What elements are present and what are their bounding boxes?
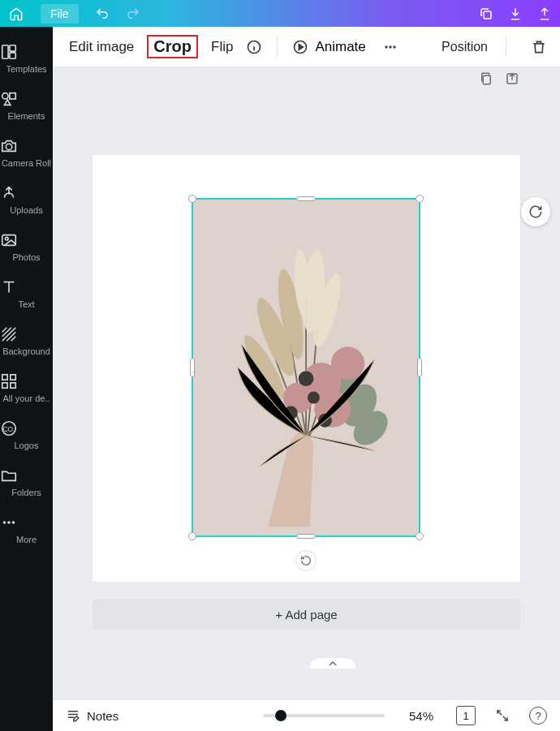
resize-handle[interactable] <box>188 195 196 203</box>
crop-button[interactable]: Crop <box>147 35 198 58</box>
svg-point-15 <box>3 521 6 524</box>
folder-icon <box>0 467 53 484</box>
resize-handle[interactable] <box>296 196 316 201</box>
download-icon[interactable] <box>508 6 523 21</box>
bottom-bar: Notes 54% 1 ? <box>53 699 560 731</box>
sidebar-item-label: Templates <box>6 64 46 74</box>
svg-rect-11 <box>2 383 7 388</box>
expand-pages-tab[interactable] <box>308 657 357 669</box>
resize-handle[interactable] <box>190 358 195 377</box>
info-icon[interactable] <box>246 39 262 55</box>
selected-image[interactable] <box>192 198 420 537</box>
add-page-button[interactable]: + Add page <box>93 599 520 630</box>
duplicate-page-icon[interactable] <box>479 71 493 86</box>
resize-handle[interactable] <box>417 358 422 377</box>
sidebar-item-label: Photos <box>12 252 40 262</box>
sidebar-item-designs[interactable]: All your de.. <box>0 364 53 411</box>
svg-point-17 <box>12 521 15 524</box>
templates-icon <box>0 43 53 61</box>
svg-point-36 <box>331 347 364 381</box>
resize-handle[interactable] <box>188 532 196 540</box>
sidebar-item-label: Background <box>2 346 50 356</box>
svg-point-8 <box>5 237 8 240</box>
copy-icon[interactable] <box>479 6 493 21</box>
resize-handle[interactable] <box>416 195 424 203</box>
fullscreen-icon[interactable] <box>495 708 510 723</box>
flip-button[interactable]: Flip <box>208 37 236 57</box>
share-icon[interactable] <box>537 6 552 21</box>
svg-rect-7 <box>2 235 16 246</box>
svg-text:CO.: CO. <box>3 426 15 433</box>
home-icon[interactable] <box>8 6 24 22</box>
edit-image-button[interactable]: Edit image <box>66 37 137 57</box>
sidebar-item-label: More <box>16 535 37 544</box>
regenerate-fab[interactable] <box>521 197 550 226</box>
svg-point-39 <box>299 372 314 387</box>
help-icon[interactable]: ? <box>529 707 547 725</box>
svg-rect-10 <box>11 375 15 380</box>
undo-icon[interactable] <box>95 6 110 21</box>
svg-point-21 <box>389 45 391 48</box>
zoom-slider-thumb[interactable] <box>275 710 286 721</box>
sidebar-item-camera-roll[interactable]: Camera Roll <box>0 129 53 176</box>
elements-icon <box>0 90 53 108</box>
sidebar-item-label: Text <box>18 299 34 309</box>
sidebar-item-text[interactable]: Text <box>0 270 53 317</box>
sidebar-item-label: Elements <box>8 111 45 121</box>
notes-label: Notes <box>87 709 118 723</box>
logos-icon: CO. <box>0 419 53 437</box>
rotate-handle[interactable] <box>295 550 317 571</box>
svg-point-20 <box>385 45 387 48</box>
animate-label: Animate <box>315 39 365 55</box>
svg-point-16 <box>7 521 11 524</box>
context-toolbar: Edit image Crop Flip Animate Position <box>53 27 560 67</box>
sidebar-item-label: Folders <box>11 488 41 497</box>
delete-icon[interactable] <box>531 39 547 55</box>
page-indicator[interactable]: 1 <box>456 706 476 725</box>
resize-handle[interactable] <box>296 534 316 539</box>
sidebar: Templates Elements Camera Roll Uploads P… <box>0 27 53 731</box>
upload-icon <box>0 184 53 202</box>
canvas-area: + Add page <box>53 67 560 699</box>
svg-rect-2 <box>10 45 15 51</box>
svg-point-4 <box>2 93 8 99</box>
zoom-slider[interactable] <box>263 714 385 717</box>
animate-icon <box>292 39 308 55</box>
notes-button[interactable]: Notes <box>66 708 118 723</box>
sidebar-item-logos[interactable]: CO. Logos <box>0 411 53 458</box>
add-page-label: + Add page <box>275 608 337 621</box>
sidebar-item-background[interactable]: Background <box>0 317 53 364</box>
add-page-icon[interactable] <box>505 71 519 86</box>
svg-rect-23 <box>483 75 490 84</box>
position-button[interactable]: Position <box>438 38 491 56</box>
sidebar-item-photos[interactable]: Photos <box>0 223 53 270</box>
sidebar-item-templates[interactable]: Templates <box>0 35 53 82</box>
grid-icon <box>0 372 53 390</box>
sidebar-item-label: All your de.. <box>2 393 50 403</box>
design-page[interactable] <box>93 155 520 582</box>
sidebar-item-folders[interactable]: Folders <box>0 458 53 505</box>
sidebar-item-more[interactable]: More <box>0 505 53 553</box>
svg-point-6 <box>6 144 11 149</box>
svg-rect-12 <box>11 383 15 388</box>
notes-icon <box>66 708 80 723</box>
sidebar-item-label: Logos <box>15 441 39 450</box>
camera-icon <box>0 137 53 155</box>
svg-rect-9 <box>2 375 7 380</box>
sidebar-item-label: Uploads <box>10 205 42 215</box>
animate-button[interactable]: Animate <box>292 39 365 55</box>
more-options-icon[interactable] <box>382 39 398 55</box>
photos-icon <box>0 231 53 249</box>
zoom-value[interactable]: 54% <box>409 709 433 723</box>
svg-point-22 <box>393 45 395 48</box>
sidebar-item-label: Camera Roll <box>2 158 51 168</box>
svg-rect-5 <box>10 93 15 99</box>
sidebar-item-uploads[interactable]: Uploads <box>0 176 53 223</box>
toolbar-divider <box>506 37 506 57</box>
text-icon <box>0 278 53 296</box>
more-icon <box>0 514 53 531</box>
file-menu[interactable]: File <box>41 4 79 24</box>
resize-handle[interactable] <box>416 532 424 540</box>
sidebar-item-elements[interactable]: Elements <box>0 82 53 129</box>
redo-icon <box>126 6 140 21</box>
